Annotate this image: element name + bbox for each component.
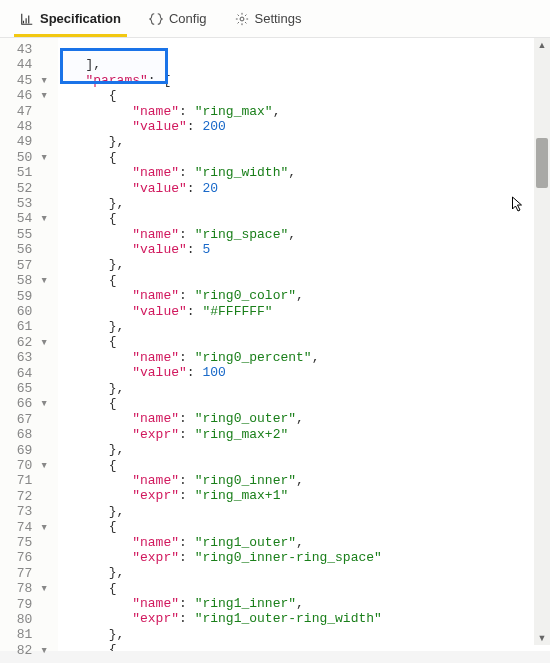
line-number: 61 — [0, 319, 52, 334]
code-line[interactable]: }, — [62, 442, 550, 457]
brackets-icon — [149, 12, 163, 26]
line-number: 58 ▾ — [0, 273, 52, 288]
tab-label: Settings — [255, 11, 302, 26]
line-number: 56 — [0, 242, 52, 257]
code-line[interactable]: "name": "ring0_outer", — [62, 411, 550, 426]
tab-label: Config — [169, 11, 207, 26]
code-line[interactable]: { — [62, 273, 550, 288]
code-line[interactable]: { — [62, 334, 550, 349]
code-line[interactable]: "value": 5 — [62, 242, 550, 257]
code-content[interactable]: ], "params": [ { "name": "ring_max", "va… — [58, 38, 550, 651]
line-number: 62 ▾ — [0, 335, 52, 350]
line-number: 66 ▾ — [0, 396, 52, 411]
line-number: 43 — [0, 42, 52, 57]
line-number: 45 ▾ — [0, 73, 52, 88]
line-number: 60 — [0, 304, 52, 319]
code-line[interactable]: }, — [62, 196, 550, 211]
code-line[interactable]: { — [62, 642, 550, 651]
line-number: 70 ▾ — [0, 458, 52, 473]
line-number: 63 — [0, 350, 52, 365]
line-number: 76 — [0, 550, 52, 565]
line-number: 74 ▾ — [0, 520, 52, 535]
code-line[interactable]: ], — [62, 57, 550, 72]
code-line[interactable]: { — [62, 211, 550, 226]
tab-specification[interactable]: Specification — [6, 0, 135, 37]
tab-label: Specification — [40, 11, 121, 26]
line-number: 81 — [0, 627, 52, 642]
svg-point-0 — [240, 17, 244, 21]
line-number: 53 — [0, 196, 52, 211]
code-line[interactable]: }, — [62, 381, 550, 396]
line-number: 48 — [0, 119, 52, 134]
line-number: 73 — [0, 504, 52, 519]
chart-icon — [20, 12, 34, 26]
line-number: 72 — [0, 489, 52, 504]
code-line[interactable]: { — [62, 150, 550, 165]
code-line[interactable]: "name": "ring0_color", — [62, 288, 550, 303]
line-number: 68 — [0, 427, 52, 442]
line-number: 59 — [0, 289, 52, 304]
code-line[interactable]: { — [62, 519, 550, 534]
code-line[interactable]: "value": 20 — [62, 181, 550, 196]
line-number: 46 ▾ — [0, 88, 52, 103]
line-number: 54 ▾ — [0, 211, 52, 226]
code-line[interactable]: { — [62, 88, 550, 103]
line-number: 47 — [0, 104, 52, 119]
code-line[interactable]: "expr": "ring_max+2" — [62, 427, 550, 442]
code-line[interactable]: { — [62, 581, 550, 596]
scroll-thumb[interactable] — [536, 138, 548, 188]
code-line[interactable]: }, — [62, 134, 550, 149]
line-number: 65 — [0, 381, 52, 396]
line-number: 52 — [0, 181, 52, 196]
line-number: 49 — [0, 134, 52, 149]
line-number: 51 — [0, 165, 52, 180]
line-number: 80 — [0, 612, 52, 627]
code-line[interactable]: "name": "ring0_inner", — [62, 473, 550, 488]
tab-config[interactable]: Config — [135, 0, 221, 37]
code-line[interactable]: "name": "ring_width", — [62, 165, 550, 180]
code-line[interactable]: "expr": "ring_max+1" — [62, 488, 550, 503]
line-number: 79 — [0, 597, 52, 612]
code-editor[interactable]: 43 44 45 ▾46 ▾47 48 49 50 ▾51 52 53 54 ▾… — [0, 38, 550, 651]
code-line[interactable]: "name": "ring0_percent", — [62, 350, 550, 365]
scroll-down-arrow[interactable]: ▼ — [534, 631, 550, 645]
code-line[interactable]: "expr": "ring0_inner-ring_space" — [62, 550, 550, 565]
code-line[interactable] — [62, 42, 550, 57]
line-number: 57 — [0, 258, 52, 273]
code-line[interactable]: "name": "ring1_inner", — [62, 596, 550, 611]
line-number: 44 — [0, 57, 52, 72]
line-number: 64 — [0, 366, 52, 381]
code-line[interactable]: }, — [62, 565, 550, 580]
tab-bar: Specification Config Settings — [0, 0, 550, 38]
line-number-gutter: 43 44 45 ▾46 ▾47 48 49 50 ▾51 52 53 54 ▾… — [0, 38, 58, 651]
gear-icon — [235, 12, 249, 26]
code-line[interactable]: "name": "ring1_outer", — [62, 535, 550, 550]
line-number: 67 — [0, 412, 52, 427]
code-line[interactable]: "value": "#FFFFFF" — [62, 304, 550, 319]
code-line[interactable]: "expr": "ring1_outer-ring_width" — [62, 611, 550, 626]
line-number: 78 ▾ — [0, 581, 52, 596]
code-line[interactable]: }, — [62, 319, 550, 334]
code-line[interactable]: { — [62, 396, 550, 411]
code-line[interactable]: "value": 100 — [62, 365, 550, 380]
line-number: 69 — [0, 443, 52, 458]
code-line[interactable]: "value": 200 — [62, 119, 550, 134]
line-number: 77 — [0, 566, 52, 581]
vertical-scrollbar[interactable]: ▲ ▼ — [534, 38, 550, 645]
line-number: 75 — [0, 535, 52, 550]
tab-settings[interactable]: Settings — [221, 0, 316, 37]
code-line[interactable]: }, — [62, 627, 550, 642]
line-number: 82 ▾ — [0, 643, 52, 658]
line-number: 55 — [0, 227, 52, 242]
scroll-up-arrow[interactable]: ▲ — [534, 38, 550, 52]
code-line[interactable]: "params": [ — [62, 73, 550, 88]
line-number: 50 ▾ — [0, 150, 52, 165]
line-number: 71 — [0, 473, 52, 488]
code-line[interactable]: }, — [62, 257, 550, 272]
code-line[interactable]: { — [62, 458, 550, 473]
code-line[interactable]: "name": "ring_max", — [62, 104, 550, 119]
code-line[interactable]: }, — [62, 504, 550, 519]
code-line[interactable]: "name": "ring_space", — [62, 227, 550, 242]
